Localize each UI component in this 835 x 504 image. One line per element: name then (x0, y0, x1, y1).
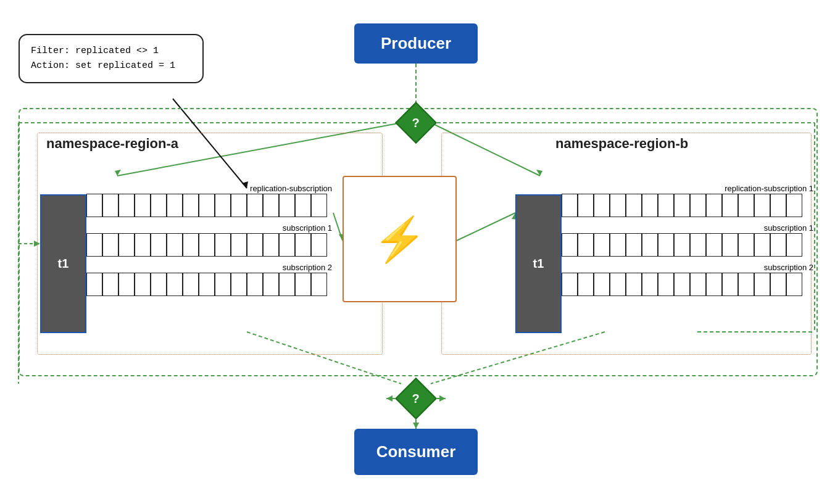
msg-cell (135, 273, 151, 296)
consumer-box: Consumer (354, 429, 478, 475)
queue-section-sub1-right: subscription 1 (562, 223, 815, 257)
region-a-label: namespace-region-a (46, 136, 178, 152)
svg-marker-15 (413, 423, 419, 429)
sub1-cells-right (562, 233, 815, 257)
replication-cells-left (86, 194, 333, 217)
msg-cell (167, 273, 183, 296)
msg-cell (86, 233, 102, 257)
msg-cell (642, 194, 658, 217)
msg-cell (167, 194, 183, 217)
msg-cell (722, 194, 738, 217)
msg-cell (199, 273, 215, 296)
msg-cell (770, 194, 786, 217)
msg-cell (102, 194, 118, 217)
msg-cell (135, 194, 151, 217)
msg-cell (626, 233, 642, 257)
msg-cell (247, 194, 263, 217)
svg-marker-26 (439, 395, 446, 402)
msg-cell (594, 233, 610, 257)
msg-cell (658, 194, 674, 217)
replication-label-left: replication-subscription (86, 184, 333, 193)
msg-cell (674, 194, 690, 217)
msg-cell (738, 194, 754, 217)
msg-cell (295, 233, 311, 257)
queue-left: replication-subscription subscription 1 … (86, 184, 333, 297)
sub2-cells-right (562, 273, 815, 296)
msg-cell (722, 273, 738, 296)
msg-cell (738, 233, 754, 257)
diagram: Filter: replicated <> 1 Action: set repl… (0, 0, 835, 504)
queue-right: replication-subscription 1 subscription … (562, 184, 815, 297)
msg-cell (199, 233, 215, 257)
msg-cell (183, 194, 199, 217)
msg-cell (151, 233, 167, 257)
msg-cell (135, 233, 151, 257)
topic-label-right: t1 (533, 257, 544, 271)
producer-box: Producer (354, 23, 478, 64)
msg-cell (263, 233, 279, 257)
msg-cell (263, 273, 279, 296)
msg-cell (770, 233, 786, 257)
msg-cell (562, 273, 578, 296)
msg-cell (610, 273, 626, 296)
topic-block-left: t1 (40, 194, 86, 333)
topic-block-right: t1 (515, 194, 562, 333)
diamond-bottom-label: ? (412, 392, 420, 406)
msg-cell (754, 194, 770, 217)
diamond-bottom: ? (395, 378, 437, 419)
msg-cell (610, 233, 626, 257)
filter-box: Filter: replicated <> 1 Action: set repl… (19, 34, 204, 83)
sub1-label-right: subscription 1 (562, 223, 815, 233)
msg-cell (690, 233, 706, 257)
msg-cell (626, 194, 642, 217)
msg-cell (279, 273, 295, 296)
msg-cell (295, 273, 311, 296)
msg-cell (786, 194, 802, 217)
msg-cell (690, 273, 706, 296)
msg-cell (263, 194, 279, 217)
msg-cell (578, 194, 594, 217)
msg-cell (690, 194, 706, 217)
msg-cell (295, 194, 311, 217)
queue-section-replication-left: replication-subscription (86, 184, 333, 217)
msg-cell (770, 273, 786, 296)
msg-cell (786, 233, 802, 257)
msg-cell (118, 233, 135, 257)
topic-label-left: t1 (58, 257, 69, 271)
msg-cell (215, 194, 231, 217)
sub1-label-left: subscription 1 (86, 223, 333, 233)
msg-cell (231, 273, 247, 296)
queue-section-replication-right: replication-subscription 1 (562, 184, 815, 217)
msg-cell (562, 194, 578, 217)
msg-cell (247, 233, 263, 257)
msg-cell (231, 233, 247, 257)
function-box: ⚡ (343, 176, 457, 302)
msg-cell (183, 273, 199, 296)
region-b-label: namespace-region-b (555, 136, 688, 152)
msg-cell (738, 273, 754, 296)
consumer-label: Consumer (376, 442, 456, 461)
msg-cell (610, 194, 626, 217)
msg-cell (658, 273, 674, 296)
msg-cell (215, 233, 231, 257)
msg-cell (151, 273, 167, 296)
diamond-top-label: ? (412, 116, 420, 130)
msg-cell (578, 273, 594, 296)
msg-cell (311, 233, 327, 257)
msg-cell (626, 273, 642, 296)
msg-cell (594, 273, 610, 296)
svg-marker-24 (386, 395, 393, 402)
msg-cell (118, 194, 135, 217)
msg-cell (102, 233, 118, 257)
producer-label: Producer (381, 34, 451, 53)
msg-cell (118, 273, 135, 296)
msg-cell (279, 233, 295, 257)
lightning-icon: ⚡ (373, 214, 426, 265)
queue-section-sub2-left: subscription 2 (86, 263, 333, 296)
msg-cell (167, 233, 183, 257)
replication-cells-right (562, 194, 815, 217)
msg-cell (674, 233, 690, 257)
msg-cell (706, 194, 722, 217)
msg-cell (86, 194, 102, 217)
msg-cell (215, 273, 231, 296)
